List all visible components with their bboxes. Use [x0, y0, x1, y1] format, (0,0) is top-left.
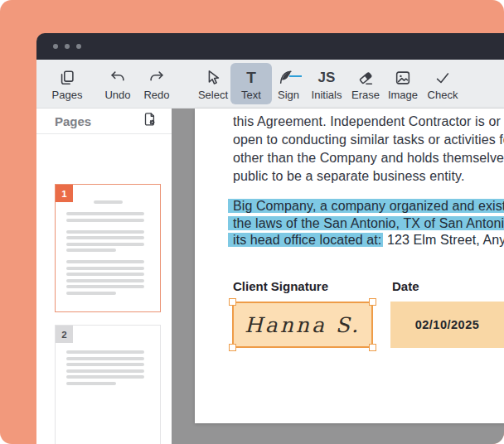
undo-icon: [109, 68, 127, 88]
paragraph-line: other than the Company and holds themsel…: [233, 149, 504, 167]
paragraph-line: public to be a separate business entity.: [233, 167, 504, 186]
window-titlebar: [36, 33, 504, 60]
date-value: 02/10/2025: [390, 318, 504, 331]
page-number-badge: 2: [56, 326, 73, 343]
text-icon: T: [246, 68, 256, 88]
document-viewport: this Agreement. Independent Contractor i…: [172, 109, 504, 444]
pages-icon: [58, 68, 76, 88]
page-thumbnail-1[interactable]: 1: [55, 184, 161, 312]
highlighted-paragraph: Big Company, a company organized and exi…: [228, 198, 504, 249]
app-canvas: Pages Undo Redo Select: [0, 0, 504, 444]
sidebar-thumbnails: 1: [36, 134, 172, 444]
paragraph-line: this Agreement. Independent Contractor i…: [233, 113, 504, 131]
sign-accent-underline: [289, 75, 302, 78]
window-control-dot[interactable]: [65, 44, 70, 49]
toolbar-button-label: Text: [241, 89, 261, 100]
thumb-line: [66, 267, 144, 270]
redo-icon: [148, 68, 166, 88]
page-number-badge: 1: [56, 185, 73, 202]
select-icon: [204, 68, 222, 88]
pages-sidebar: Pages 1: [36, 109, 172, 444]
thumb-line: [66, 260, 144, 263]
toolbar-button-label: Erase: [351, 89, 380, 100]
check-icon: [434, 68, 452, 88]
page-thumbnail-2[interactable]: 2: [55, 325, 161, 444]
date-label: Date: [392, 279, 419, 293]
image-icon: [394, 68, 412, 88]
resize-handle-top-left[interactable]: [229, 298, 236, 306]
client-signature-label: Client Signature: [233, 279, 328, 293]
toolbar-button-pages[interactable]: Pages: [46, 63, 88, 104]
highlighted-text: Big Company, a company organized and exi…: [228, 199, 504, 213]
toolbar-button-text[interactable]: T Text: [230, 63, 272, 104]
date-field[interactable]: 02/10/2025: [390, 302, 504, 348]
resize-handle-bottom-left[interactable]: [229, 344, 236, 351]
toolbar-button-label: Sign: [278, 89, 299, 100]
toolbar-button-label: Image: [388, 89, 418, 100]
thumb-line: [66, 382, 116, 385]
content-area: Pages 1: [36, 109, 504, 444]
signature-field[interactable]: Hanna S.: [232, 302, 373, 348]
thumb-line: [66, 279, 144, 282]
initials-icon: JS: [318, 68, 336, 88]
thumb-line: [66, 292, 116, 295]
thumb-line: [66, 285, 144, 288]
thumb-line: [94, 200, 123, 204]
signature-value: Hanna S.: [245, 313, 361, 337]
paragraph-line: open to conducting similar tasks or acti…: [233, 131, 504, 149]
toolbar-button-image[interactable]: Image: [382, 63, 424, 104]
thumb-line: [66, 243, 144, 246]
toolbar-button-check[interactable]: Check: [422, 63, 463, 104]
toolbar-button-select[interactable]: Select: [192, 63, 234, 104]
thumb-line: [66, 369, 144, 373]
toolbar-button-label: Redo: [143, 89, 169, 100]
toolbar-button-label: Initials: [312, 89, 342, 100]
toolbar-button-label: Check: [428, 89, 458, 100]
erase-icon: [356, 68, 375, 88]
toolbar-button-sign[interactable]: Sign: [268, 63, 309, 104]
thumb-line: [66, 363, 144, 366]
thumb-line: [66, 375, 144, 379]
resize-handle-top-right[interactable]: [369, 298, 376, 306]
window-control-dot[interactable]: [76, 44, 81, 49]
toolbar-button-redo[interactable]: Redo: [136, 63, 177, 104]
plain-text: 123 Elm Street, Anytown, US: [383, 233, 504, 247]
toolbar-button-erase[interactable]: Erase: [345, 63, 386, 104]
document-paragraph: this Agreement. Independent Contractor i…: [233, 113, 504, 186]
thumb-line: [66, 236, 144, 239]
sidebar-title: Pages: [55, 114, 91, 128]
thumb-line: [66, 212, 144, 215]
thumb-line: [66, 219, 144, 222]
thumb-line: [66, 357, 144, 360]
toolbar-button-label: Pages: [52, 89, 83, 100]
toolbar-button-label: Select: [198, 89, 228, 100]
document-page: this Agreement. Independent Contractor i…: [195, 109, 504, 423]
window-control-dot[interactable]: [53, 44, 58, 49]
resize-handle-bottom-right[interactable]: [369, 344, 376, 351]
thumb-line: [66, 249, 116, 252]
toolbar-button-undo[interactable]: Undo: [97, 63, 138, 104]
highlighted-text: its head office located at:: [228, 233, 383, 247]
editor-window: Pages Undo Redo Select: [36, 33, 504, 444]
thumb-line: [66, 230, 144, 234]
thumb-line: [66, 273, 144, 276]
toolbar-button-label: Undo: [104, 89, 130, 100]
toolbar: Pages Undo Redo Select: [36, 60, 504, 109]
thumb-line: [66, 350, 144, 354]
highlighted-text: the laws of the San Antonio, TX of San A…: [228, 216, 504, 230]
page-settings-icon[interactable]: [142, 111, 158, 131]
toolbar-button-initials[interactable]: JS Initials: [306, 63, 347, 104]
sidebar-header: Pages: [36, 109, 172, 134]
sign-icon: [276, 68, 302, 88]
